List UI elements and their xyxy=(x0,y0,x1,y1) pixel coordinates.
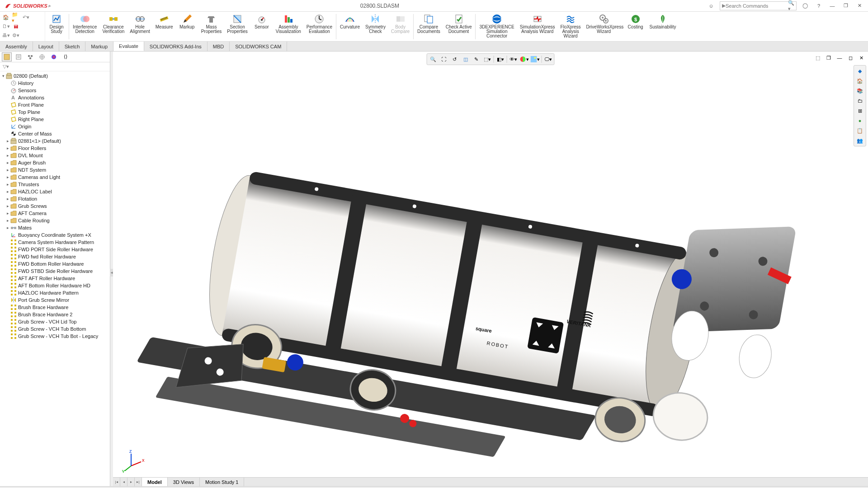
tab-scroll-next[interactable]: ▸ xyxy=(127,478,135,486)
ribbon-driveworks[interactable]: DriveWorksXpressWizard xyxy=(584,13,624,41)
view-orientation-icon[interactable]: ⬚▾ xyxy=(482,55,492,64)
tab-scroll-last[interactable]: ▸| xyxy=(135,478,142,486)
view-palette-icon[interactable]: ⊞ xyxy=(855,106,865,115)
cmd-tab-mbd[interactable]: MBD xyxy=(208,42,230,51)
minimize-button[interactable]: — xyxy=(827,1,837,11)
ribbon-floxpress[interactable]: FloXpressAnalysisWizard xyxy=(558,13,584,41)
viewport-max-icon[interactable]: ◻ xyxy=(845,53,855,62)
tree-node[interactable]: ▸Auger Brush xyxy=(0,159,110,166)
orientation-triad[interactable]: x y z xyxy=(122,450,145,473)
cmd-tab-solidworks-add-ins[interactable]: SOLIDWORKS Add-Ins xyxy=(144,42,208,51)
tree-node[interactable]: History xyxy=(0,80,110,87)
ribbon-sensor[interactable]: Sensor xyxy=(250,13,273,41)
print-icon[interactable]: 🖶▾ xyxy=(2,32,10,40)
close-button[interactable]: ✕ xyxy=(854,1,864,11)
options-icon[interactable]: ⚙▾ xyxy=(12,32,20,40)
expand-icon[interactable]: ▸ xyxy=(5,197,10,201)
expand-icon[interactable]: ▸ xyxy=(5,160,10,165)
viewport-close-icon[interactable]: ✕ xyxy=(856,53,866,62)
expand-icon[interactable]: ▸ xyxy=(5,189,10,194)
cmd-tab-evaluate[interactable]: Evaluate xyxy=(113,42,144,51)
3dx-panel-icon[interactable]: ◆ xyxy=(855,66,865,75)
tree-node[interactable]: Grub Screw - VCH Lid Top xyxy=(0,318,110,325)
cmd-tab-solidworks-cam[interactable]: SOLIDWORKS CAM xyxy=(230,42,287,51)
tree-node[interactable]: ▸Cable Routing xyxy=(0,217,110,224)
tree-node[interactable]: Right Plane xyxy=(0,116,110,123)
dynamic-annotation-icon[interactable]: ✎ xyxy=(472,55,481,64)
user-icon[interactable]: ◯ xyxy=(800,1,810,11)
viewport-float-icon[interactable]: ❐ xyxy=(824,53,834,62)
configuration-manager-tab[interactable] xyxy=(25,52,35,61)
ribbon-mass-prop[interactable]: MassProperties xyxy=(198,13,225,41)
tab-scroll-prev[interactable]: ◂ xyxy=(120,478,127,486)
zoom-fit-icon[interactable]: 🔍 xyxy=(428,55,438,64)
bottom-tab-3d-views[interactable]: 3D Views xyxy=(168,478,200,486)
tree-node[interactable]: FWD Bottom Roller Hardware xyxy=(0,260,110,267)
graphics-viewport[interactable]: 🔍 ⛶ ↺ ◫ ✎ ⬚▾ ◧▾ 👁▾ ▾ ▾ 🖵▾ ⬚ ❐ — ◻ ✕ ◆ 🏠 … xyxy=(113,52,868,486)
search-commands-box[interactable]: ▶ 🔍▾ xyxy=(720,1,797,10)
tree-node[interactable]: AAnnotations xyxy=(0,94,110,101)
new-icon[interactable]: 🗋▾ xyxy=(2,23,10,31)
tree-node[interactable]: FWD fwd Roller Hardware xyxy=(0,253,110,260)
design-library-icon[interactable]: 📚 xyxy=(855,86,865,95)
ribbon-symmetry[interactable]: SymmetryCheck xyxy=(363,13,388,41)
tree-node[interactable]: FWD STBD Side Roller Hardware xyxy=(0,267,110,275)
tree-node[interactable]: Brush Brace Hardware 2 xyxy=(0,311,110,318)
property-manager-tab[interactable] xyxy=(14,52,24,61)
ribbon-check-doc[interactable]: Check ActiveDocument xyxy=(443,13,475,41)
display-manager-tab[interactable] xyxy=(49,52,59,61)
ribbon-perf-eval[interactable]: PerformanceEvaluation xyxy=(304,13,335,41)
dimxpert-manager-tab[interactable] xyxy=(37,52,47,61)
custom-props-icon[interactable]: 📋 xyxy=(855,126,865,135)
expand-icon[interactable]: ▸ xyxy=(5,211,10,216)
ribbon-markup[interactable]: Markup xyxy=(176,13,198,41)
smiley-icon[interactable]: ☺ xyxy=(706,1,716,11)
ribbon-sustain[interactable]: Sustainability xyxy=(647,13,679,41)
ribbon-compare-docs[interactable]: CompareDocuments xyxy=(415,13,443,41)
tree-node[interactable]: HAZLOC Hardware Pattern xyxy=(0,289,110,296)
tree-node[interactable]: Brush Brace Hardware xyxy=(0,304,110,311)
tree-node[interactable]: ▸02881<1> (Default) xyxy=(0,137,110,145)
file-explorer-icon[interactable]: 🗀 xyxy=(855,96,865,105)
tree-node[interactable]: ▸HAZLOC Label xyxy=(0,188,110,195)
ribbon-asm-viz[interactable]: AssemblyVisualization xyxy=(273,13,304,41)
expand-icon[interactable]: ▸ xyxy=(5,218,10,223)
tree-node[interactable]: ▸Grub Screws xyxy=(0,202,110,210)
zoom-area-icon[interactable]: ⛶ xyxy=(439,55,449,64)
cmd-tab-assembly[interactable]: Assembly xyxy=(0,42,33,51)
expand-icon[interactable]: ▸ xyxy=(5,168,10,172)
expand-icon[interactable]: ▸ xyxy=(5,204,10,208)
ribbon-costing[interactable]: $Costing xyxy=(624,13,647,41)
resources-panel-icon[interactable]: 🏠 xyxy=(855,76,865,85)
tab-scroll-first[interactable]: |◂ xyxy=(113,478,120,486)
ribbon-section-prop[interactable]: SectionProperties xyxy=(224,13,250,41)
search-commands-input[interactable] xyxy=(726,3,788,9)
help-icon[interactable]: ? xyxy=(814,1,824,11)
tree-node[interactable]: Sensors xyxy=(0,87,110,94)
ribbon-design-study[interactable]: DesignStudy xyxy=(45,13,68,41)
viewport-expand-icon[interactable]: ⬚ xyxy=(813,53,823,62)
apply-scene-icon[interactable]: ▾ xyxy=(530,55,540,64)
tree-node[interactable]: ▸AFT Camera xyxy=(0,210,110,217)
viewport-min-icon[interactable]: — xyxy=(835,53,844,62)
forum-panel-icon[interactable]: 👥 xyxy=(855,136,865,145)
expand-icon[interactable]: ▸ xyxy=(5,225,10,230)
tree-node[interactable]: Port Grub Screw Mirror xyxy=(0,296,110,304)
ribbon-hole-align[interactable]: HoleAlignment xyxy=(127,13,152,41)
collapse-icon[interactable]: ▾ xyxy=(1,74,5,78)
bottom-tab-motion-study-1[interactable]: Motion Study 1 xyxy=(200,478,244,486)
ribbon-3dx-sim[interactable]: 3DEXPERIENCESimulationConnector xyxy=(476,13,517,41)
tree-node[interactable]: Center of Mass xyxy=(0,130,110,137)
ribbon-interference[interactable]: InterferenceDetection xyxy=(70,13,99,41)
hide-show-icon[interactable]: 👁▾ xyxy=(509,55,519,64)
panel-overflow-icon[interactable]: ⟨⟩ xyxy=(61,52,71,61)
appearances-panel-icon[interactable]: ● xyxy=(855,116,865,125)
tree-node[interactable]: Top Plane xyxy=(0,108,110,116)
home-icon[interactable]: 🏠 xyxy=(2,14,10,22)
view-settings-icon[interactable]: 🖵▾ xyxy=(543,55,553,64)
chevron-right-icon[interactable]: ▸ xyxy=(48,3,51,8)
expand-icon[interactable]: ▸ xyxy=(5,139,10,143)
undo-icon[interactable]: ↶▾ xyxy=(22,14,30,22)
ribbon-measure[interactable]: Measure xyxy=(153,13,176,41)
tree-node[interactable]: ▸Flotation xyxy=(0,195,110,202)
